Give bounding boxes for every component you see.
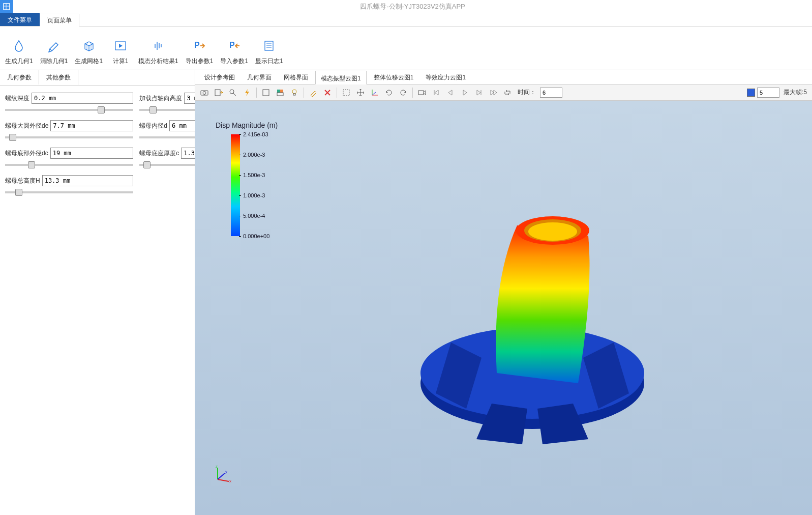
svg-rect-22 [263, 90, 269, 96]
svg-line-42 [218, 473, 225, 479]
rotate-ccw-icon[interactable] [383, 87, 395, 99]
lightning-icon[interactable] [241, 87, 253, 99]
param-input[interactable] [42, 175, 134, 186]
prev-icon[interactable] [444, 87, 457, 99]
view-mode-icon[interactable] [260, 87, 272, 99]
svg-text:P: P [229, 41, 235, 49]
time-label: 时间： [518, 88, 536, 97]
menu-tab-file[interactable]: 文件菜单 [0, 13, 40, 26]
export-image-icon[interactable] [213, 87, 225, 99]
separator [256, 88, 257, 98]
ribbon-show-log[interactable]: 显示日志1 [252, 30, 286, 67]
play-icon [112, 38, 129, 54]
svg-rect-23 [277, 90, 280, 93]
separator [337, 88, 337, 98]
ribbon-clear-geom[interactable]: 清除几何1 [37, 30, 71, 67]
svg-text:P: P [194, 41, 200, 49]
svg-point-18 [203, 91, 206, 94]
param-label: 螺母总高度H [5, 177, 40, 185]
param-slider[interactable] [5, 136, 133, 138]
axes-icon[interactable] [369, 87, 381, 99]
clear-icon[interactable] [307, 87, 319, 99]
play2-icon[interactable] [459, 87, 471, 99]
ribbon-import-param[interactable]: P 导入参数1 [217, 30, 251, 67]
view-tabs: 设计参考图几何界面网格界面模态振型云图1整体位移云图1等效应力云图1 [195, 70, 812, 84]
next-icon[interactable] [473, 87, 485, 99]
param-4: 螺母底部外径dc [5, 148, 133, 166]
side-tabs: 几何参数 其他参数 [0, 70, 195, 85]
param-2: 螺母大圆外径de [5, 120, 133, 138]
waveform-icon [150, 38, 166, 54]
slider-thumb[interactable] [15, 189, 22, 196]
lightbulb-icon[interactable] [288, 87, 300, 99]
legend-tick: 2.415e-03 [243, 131, 268, 137]
ribbon-gen-mesh[interactable]: 生成网格1 [72, 30, 106, 67]
ribbon-gen-geom[interactable]: 生成几何1 [2, 30, 36, 67]
ribbon-export-param[interactable]: P 导出参数1 [183, 30, 217, 67]
svg-point-20 [230, 90, 234, 94]
rotate-cw-icon[interactable] [397, 87, 409, 99]
param-slider[interactable] [5, 164, 133, 166]
zoom-icon[interactable] [227, 87, 239, 99]
param-slider[interactable] [5, 109, 133, 111]
separator [304, 88, 304, 98]
viewer: 设计参考图几何界面网格界面模态振型云图1整体位移云图1等效应力云图1 [195, 70, 812, 515]
skip-end-icon[interactable] [487, 87, 499, 99]
app-icon [0, 0, 13, 13]
legend-tick: 5.000e-4 [243, 213, 265, 219]
svg-rect-25 [277, 93, 283, 96]
slider-thumb[interactable] [149, 106, 157, 113]
side-tab-geom[interactable]: 几何参数 [0, 70, 39, 85]
legend-title: Disp Magnitude (m) [216, 121, 278, 129]
export-icon: P [191, 38, 207, 54]
move-icon[interactable] [354, 87, 367, 99]
frame-input[interactable] [757, 88, 779, 98]
max-frame-label: 最大帧:5 [784, 88, 807, 97]
view-tab-1[interactable]: 几何界面 [242, 70, 277, 84]
param-0: 螺纹深度 [5, 93, 133, 111]
view-tab-4[interactable]: 整体位移云图1 [369, 70, 419, 84]
titlebar: 四爪螺母-公制-YJT3023V2仿真APP [0, 0, 812, 13]
view-tab-5[interactable]: 等效应力云图1 [420, 70, 471, 84]
slider-thumb[interactable] [143, 161, 151, 168]
ribbon-modal-result[interactable]: 模态分析结果1 [135, 30, 182, 67]
svg-rect-19 [215, 90, 220, 96]
color-swatch[interactable] [747, 89, 755, 97]
param-input[interactable] [32, 93, 133, 104]
svg-line-31 [372, 92, 376, 95]
view-tab-0[interactable]: 设计参考图 [199, 70, 240, 84]
camera-icon[interactable] [198, 87, 210, 99]
sidebar: 几何参数 其他参数 螺纹深度 加载点轴向高度 螺母大圆外径de 螺母内径d [0, 70, 195, 515]
slider-thumb[interactable] [98, 106, 105, 113]
svg-rect-27 [293, 94, 295, 95]
view-tab-3[interactable]: 模态振型云图1 [315, 71, 367, 84]
skip-start-icon[interactable] [430, 87, 442, 99]
select-box-icon[interactable] [340, 87, 352, 99]
side-tab-other[interactable]: 其他参数 [39, 70, 78, 85]
delete-icon[interactable] [321, 87, 334, 99]
svg-line-21 [233, 93, 236, 96]
time-input[interactable] [540, 88, 562, 98]
svg-rect-13 [265, 41, 273, 50]
param-label: 加载点轴向高度 [139, 94, 182, 103]
param-grid: 螺纹深度 加载点轴向高度 螺母大圆外径de 螺母内径d 螺母底部外径dc [0, 85, 195, 201]
param-input[interactable] [50, 120, 133, 131]
loop-icon[interactable] [501, 87, 514, 99]
record-icon[interactable] [416, 87, 428, 99]
ribbon-compute[interactable]: 计算1 [107, 30, 134, 67]
svg-line-40 [218, 479, 229, 481]
view-tab-2[interactable]: 网格界面 [279, 70, 313, 84]
menu-tab-page[interactable]: 页面菜单 [40, 14, 79, 26]
canvas-3d[interactable]: Disp Magnitude (m) 2.415e-032.000e-31.50… [195, 101, 812, 515]
param-input[interactable] [50, 148, 134, 159]
model-render [390, 180, 675, 465]
svg-text:x: x [229, 479, 231, 483]
color-mode-icon[interactable] [274, 87, 286, 99]
slider-thumb[interactable] [28, 161, 35, 168]
slider-thumb[interactable] [9, 134, 16, 141]
brush-icon [46, 38, 62, 54]
color-legend: Disp Magnitude (m) 2.415e-032.000e-31.50… [216, 121, 278, 236]
param-slider[interactable] [5, 191, 133, 193]
svg-point-26 [292, 90, 296, 94]
legend-tick: 1.500e-3 [243, 172, 265, 178]
